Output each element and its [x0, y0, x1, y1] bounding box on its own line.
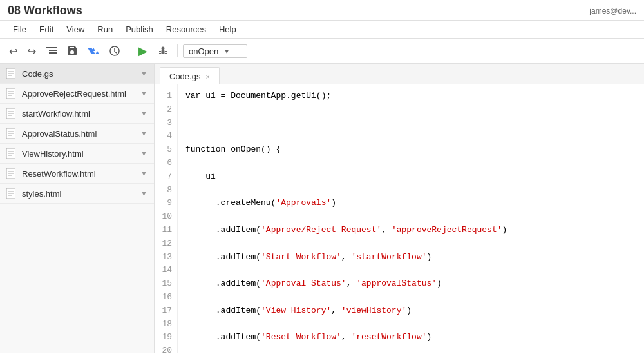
toolbar-sep-1 — [129, 44, 129, 57]
menu-publish[interactable]: Publish — [120, 22, 158, 37]
tab-bar: Code.gs × — [155, 64, 644, 84]
menu-edit[interactable]: Edit — [34, 22, 59, 37]
sidebar-item-view-history[interactable]: ViewHistory.html ▼ — [0, 144, 154, 164]
file-sidebar: Code.gs ▼ ApproveRejectRequest.html ▼ st… — [0, 64, 155, 353]
file-arrow-icon: ▼ — [140, 70, 147, 77]
file-icon-6 — [6, 168, 17, 179]
sidebar-item-approval-status[interactable]: ApprovalStatus.html ▼ — [0, 124, 154, 144]
tab-label: Code.gs — [169, 72, 200, 81]
undo-button[interactable]: ↩ — [5, 43, 21, 60]
run-button[interactable]: ▶ — [135, 41, 151, 61]
redo-button[interactable]: ↪ — [24, 43, 40, 60]
tab-close-icon[interactable]: × — [205, 73, 209, 81]
svg-rect-7 — [159, 51, 161, 52]
code-editor[interactable]: 12345 678910 1112131415 1617181920 21222… — [155, 84, 644, 353]
drive-button[interactable] — [84, 44, 103, 58]
file-arrow-icon-4: ▼ — [140, 130, 147, 137]
debug-button[interactable] — [154, 43, 172, 59]
file-icon — [6, 68, 17, 79]
chevron-down-icon: ▼ — [223, 48, 242, 55]
indent-button[interactable] — [43, 44, 61, 58]
file-arrow-icon-7: ▼ — [140, 190, 147, 197]
app-title: 08 Workflows — [8, 4, 82, 17]
file-arrow-icon-5: ▼ — [140, 150, 147, 157]
file-name-reset-workflow: ResetWorkflow.html — [22, 169, 140, 179]
history-button[interactable] — [106, 43, 124, 59]
sidebar-item-start-workflow[interactable]: startWorkflow.html ▼ — [0, 104, 154, 124]
function-selector[interactable]: onOpen ▼ — [183, 44, 247, 58]
svg-rect-6 — [162, 50, 165, 54]
svg-rect-2 — [49, 52, 57, 54]
svg-rect-8 — [165, 51, 167, 52]
file-arrow-icon-6: ▼ — [140, 170, 147, 177]
menu-resources[interactable]: Resources — [161, 22, 211, 37]
menu-bar: File Edit View Run Publish Resources Hel… — [0, 21, 644, 39]
svg-rect-0 — [46, 47, 57, 48]
menu-help[interactable]: Help — [214, 22, 242, 37]
file-icon-2 — [6, 88, 17, 99]
file-name-start-workflow: startWorkflow.html — [22, 109, 140, 119]
file-icon-7 — [6, 188, 17, 199]
svg-rect-1 — [49, 50, 57, 51]
file-name-code-gs: Code.gs — [22, 69, 140, 79]
sidebar-item-styles[interactable]: styles.html ▼ — [0, 184, 154, 204]
svg-rect-3 — [46, 55, 57, 55]
file-icon-3 — [6, 108, 17, 119]
code-content[interactable]: var ui = DocumentApp.getUi(); function o… — [178, 84, 644, 353]
function-name: onOpen — [189, 46, 218, 56]
toolbar-sep-2 — [177, 44, 178, 57]
sidebar-item-approve-reject[interactable]: ApproveRejectRequest.html ▼ — [0, 84, 154, 104]
svg-rect-9 — [159, 53, 161, 54]
file-icon-4 — [6, 128, 17, 139]
file-name-view-history: ViewHistory.html — [22, 149, 140, 159]
main-area: Code.gs ▼ ApproveRejectRequest.html ▼ st… — [0, 64, 644, 353]
svg-point-5 — [162, 47, 165, 50]
sidebar-item-reset-workflow[interactable]: ResetWorkflow.html ▼ — [0, 164, 154, 184]
file-icon-5 — [6, 148, 17, 159]
editor-area: Code.gs × 12345 678910 1112131415 161718… — [155, 64, 644, 353]
file-name-approve-reject: ApproveRejectRequest.html — [22, 89, 140, 99]
file-arrow-icon-2: ▼ — [140, 90, 147, 97]
svg-rect-10 — [165, 53, 167, 54]
title-bar: 08 Workflows james@dev... — [0, 0, 644, 21]
file-arrow-icon-3: ▼ — [140, 110, 147, 117]
menu-view[interactable]: View — [61, 22, 90, 37]
menu-run[interactable]: Run — [92, 22, 118, 37]
toolbar: ↩ ↪ ▶ onOpen ▼ — [0, 39, 644, 64]
user-email: james@dev... — [589, 6, 636, 15]
file-name-approval-status: ApprovalStatus.html — [22, 129, 140, 139]
line-numbers: 12345 678910 1112131415 1617181920 21222… — [155, 84, 178, 353]
tab-code-gs[interactable]: Code.gs × — [160, 67, 220, 84]
sidebar-item-code-gs[interactable]: Code.gs ▼ — [0, 64, 154, 84]
file-name-styles: styles.html — [22, 189, 140, 199]
save-button[interactable] — [63, 43, 81, 59]
menu-file[interactable]: File — [8, 22, 32, 37]
